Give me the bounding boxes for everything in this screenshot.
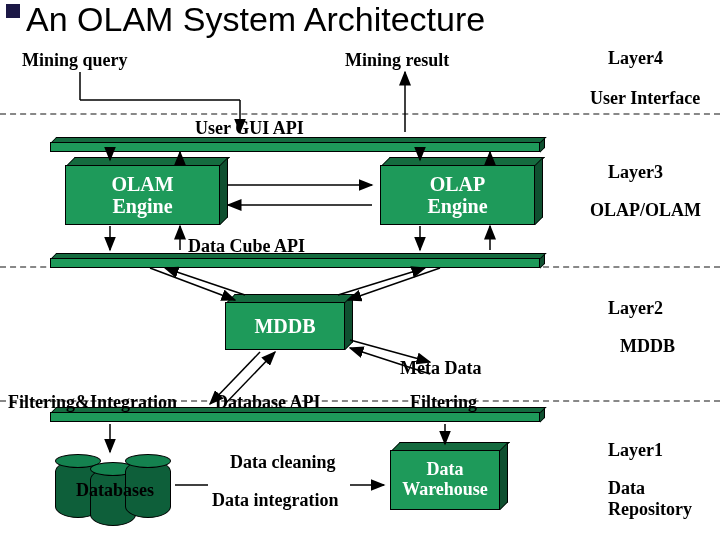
layer3-desc: OLAP/OLAM xyxy=(590,200,701,221)
svg-line-15 xyxy=(150,268,235,300)
bar-user-gui-api xyxy=(50,142,540,152)
bullet-icon xyxy=(6,4,20,18)
box-olam-engine: OLAM Engine xyxy=(65,165,220,225)
svg-line-16 xyxy=(165,268,245,295)
bar-data-cube-api xyxy=(50,258,540,268)
slide-title: An OLAM System Architecture xyxy=(26,0,485,39)
label-databases: Databases xyxy=(60,480,170,501)
label-filtering-integration: Filtering&Integration xyxy=(8,392,177,413)
label-mining-query: Mining query xyxy=(22,50,128,71)
layer1-name: Layer1 xyxy=(608,440,663,461)
layer4-desc: User Interface xyxy=(590,88,700,109)
box-mddb: MDDB xyxy=(225,302,345,350)
label-data-cube-api: Data Cube API xyxy=(188,236,305,257)
mddb-text: MDDB xyxy=(254,315,315,337)
svg-line-17 xyxy=(348,268,440,300)
box-olap-engine: OLAP Engine xyxy=(380,165,535,225)
layer4-name: Layer4 xyxy=(608,48,663,69)
label-mining-result: Mining result xyxy=(345,50,449,71)
svg-line-18 xyxy=(338,268,425,295)
olam-engine-text: OLAM Engine xyxy=(111,173,173,217)
label-database-api: Database API xyxy=(215,392,321,413)
layer2-name: Layer2 xyxy=(608,298,663,319)
olap-engine-text: OLAP Engine xyxy=(427,173,487,217)
label-data-integration: Data integration xyxy=(212,490,338,511)
bar-database-api xyxy=(50,412,540,422)
label-meta-data: Meta Data xyxy=(400,358,481,379)
label-data-cleaning: Data cleaning xyxy=(230,452,336,473)
label-user-gui-api: User GUI API xyxy=(195,118,304,139)
label-filtering: Filtering xyxy=(410,392,477,413)
layer2-desc: MDDB xyxy=(620,336,675,357)
data-warehouse-text: Data Warehouse xyxy=(402,460,488,500)
layer3-name: Layer3 xyxy=(608,162,663,183)
layer1-desc: Data Repository xyxy=(608,478,708,520)
box-data-warehouse: Data Warehouse xyxy=(390,450,500,510)
separator-1 xyxy=(0,113,720,115)
